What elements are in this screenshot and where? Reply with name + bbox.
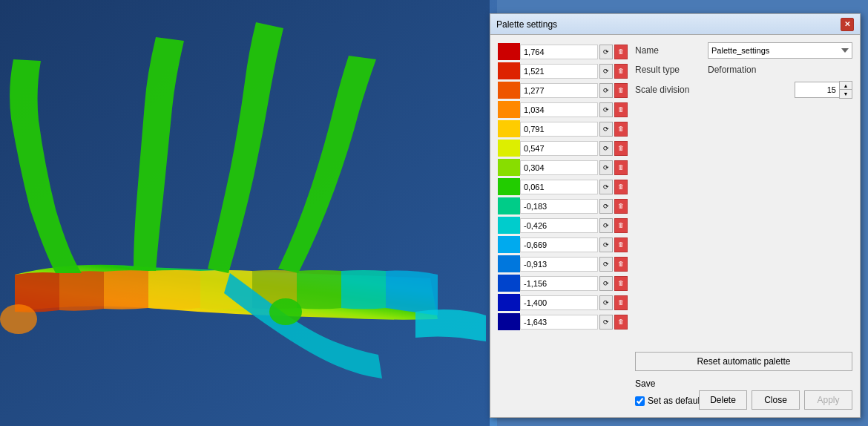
palette-panel: ⟳🗑⟳🗑⟳🗑⟳🗑⟳🗑⟳🗑⟳🗑⟳🗑⟳🗑⟳🗑⟳🗑⟳🗑⟳🗑⟳🗑⟳🗑	[498, 42, 628, 410]
dialog-body: ⟳🗑⟳🗑⟳🗑⟳🗑⟳🗑⟳🗑⟳🗑⟳🗑⟳🗑⟳🗑⟳🗑⟳🗑⟳🗑⟳🗑⟳🗑 Name Pale…	[490, 35, 860, 417]
result-type-row: Result type Deformation	[635, 65, 852, 75]
palette-edit-button[interactable]: ⟳	[599, 122, 613, 137]
palette-value-input[interactable]	[520, 237, 598, 252]
result-type-label: Result type	[635, 65, 702, 75]
color-swatch	[498, 82, 520, 99]
svg-point-1	[269, 298, 302, 325]
color-swatch	[498, 197, 520, 214]
palette-row: ⟳🗑	[498, 81, 628, 99]
palette-value-input[interactable]	[520, 180, 598, 194]
palette-edit-button[interactable]: ⟳	[599, 160, 613, 175]
name-label: Name	[635, 45, 702, 56]
palette-row: ⟳🗑	[498, 62, 628, 80]
scale-down-button[interactable]: ▼	[840, 90, 852, 98]
reset-palette-button[interactable]: Reset automatic palette	[635, 352, 852, 371]
palette-delete-button[interactable]: 🗑	[614, 180, 628, 194]
3d-viewport	[0, 0, 497, 426]
palette-edit-button[interactable]: ⟳	[599, 141, 613, 156]
palette-delete-button[interactable]: 🗑	[614, 237, 628, 252]
color-swatch	[498, 313, 520, 330]
palette-row: ⟳🗑	[498, 312, 628, 331]
scale-input-wrap: ▲ ▼	[795, 81, 852, 99]
palette-edit-button[interactable]: ⟳	[599, 180, 613, 194]
palette-delete-button[interactable]: 🗑	[614, 64, 628, 79]
palette-row: ⟳🗑	[498, 42, 628, 61]
palette-value-input[interactable]	[520, 199, 598, 214]
palette-delete-button[interactable]: 🗑	[614, 199, 628, 214]
dialog-footer: Delete Close Apply	[699, 390, 852, 410]
color-swatch	[498, 140, 520, 157]
color-swatch	[498, 101, 520, 118]
svg-point-2	[0, 304, 37, 334]
color-swatch	[498, 217, 520, 234]
palette-edit-button[interactable]: ⟳	[599, 257, 613, 272]
color-swatch	[498, 294, 520, 311]
palette-value-input[interactable]	[520, 45, 598, 59]
palette-edit-button[interactable]: ⟳	[599, 64, 613, 79]
palette-row: ⟳🗑	[498, 197, 628, 215]
color-swatch	[498, 275, 520, 292]
palette-delete-button[interactable]: 🗑	[614, 160, 628, 175]
scale-division-input[interactable]	[795, 82, 839, 98]
palette-delete-button[interactable]: 🗑	[614, 315, 628, 330]
palette-row: ⟳🗑	[498, 139, 628, 157]
settings-panel: Name Palette_settings Result type Deform…	[635, 42, 852, 410]
palette-value-input[interactable]	[520, 315, 598, 330]
dialog-close-button[interactable]: ✕	[841, 18, 854, 31]
color-swatch	[498, 236, 520, 253]
palette-row: ⟳🗑	[498, 177, 628, 196]
palette-delete-button[interactable]: 🗑	[614, 218, 628, 233]
palette-delete-button[interactable]: 🗑	[614, 257, 628, 272]
scale-spin: ▲ ▼	[839, 81, 852, 99]
color-swatch	[498, 178, 520, 195]
palette-edit-button[interactable]: ⟳	[599, 315, 613, 330]
palette-value-input[interactable]	[520, 295, 598, 310]
palette-value-input[interactable]	[520, 141, 598, 156]
palette-delete-button[interactable]: 🗑	[614, 45, 628, 59]
palette-value-input[interactable]	[520, 276, 598, 291]
palette-delete-button[interactable]: 🗑	[614, 102, 628, 117]
palette-row: ⟳🗑	[498, 216, 628, 235]
palette-row: ⟳🗑	[498, 255, 628, 273]
palette-edit-button[interactable]: ⟳	[599, 218, 613, 233]
dialog-titlebar: Palette settings ✕	[490, 14, 860, 35]
palette-row: ⟳🗑	[498, 293, 628, 312]
color-swatch	[498, 255, 520, 272]
palette-edit-button[interactable]: ⟳	[599, 276, 613, 291]
palette-delete-button[interactable]: 🗑	[614, 295, 628, 310]
scale-up-button[interactable]: ▲	[840, 82, 852, 90]
dialog-title: Palette settings	[496, 19, 557, 30]
palette-delete-button[interactable]: 🗑	[614, 141, 628, 156]
palette-edit-button[interactable]: ⟳	[599, 199, 613, 214]
palette-value-input[interactable]	[520, 218, 598, 233]
palette-edit-button[interactable]: ⟳	[599, 102, 613, 117]
scale-division-label: Scale division	[635, 85, 702, 95]
color-swatch	[498, 159, 520, 176]
color-swatch	[498, 120, 520, 137]
palette-value-input[interactable]	[520, 102, 598, 117]
palette-settings-dialog: Palette settings ✕ ⟳🗑⟳🗑⟳🗑⟳🗑⟳🗑⟳🗑⟳🗑⟳🗑⟳🗑⟳🗑⟳…	[490, 13, 861, 418]
name-row: Name Palette_settings	[635, 42, 852, 59]
set-default-checkbox[interactable]	[635, 396, 645, 406]
palette-value-input[interactable]	[520, 257, 598, 272]
save-section-label: Save	[635, 379, 852, 389]
palette-value-input[interactable]	[520, 83, 598, 98]
palette-delete-button[interactable]: 🗑	[614, 83, 628, 98]
apply-button[interactable]: Apply	[804, 390, 852, 410]
color-swatch	[498, 62, 520, 79]
name-select[interactable]: Palette_settings	[708, 42, 852, 59]
palette-value-input[interactable]	[520, 160, 598, 175]
palette-delete-button[interactable]: 🗑	[614, 122, 628, 137]
palette-value-input[interactable]	[520, 64, 598, 79]
palette-row: ⟳🗑	[498, 119, 628, 138]
scale-division-row: Scale division ▲ ▼	[635, 81, 852, 99]
palette-edit-button[interactable]: ⟳	[599, 83, 613, 98]
palette-row: ⟳🗑	[498, 274, 628, 292]
palette-edit-button[interactable]: ⟳	[599, 237, 613, 252]
palette-edit-button[interactable]: ⟳	[599, 45, 613, 59]
delete-button[interactable]: Delete	[699, 390, 747, 410]
palette-edit-button[interactable]: ⟳	[599, 295, 613, 310]
palette-value-input[interactable]	[520, 122, 598, 137]
palette-delete-button[interactable]: 🗑	[614, 276, 628, 291]
close-button[interactable]: Close	[752, 390, 800, 410]
